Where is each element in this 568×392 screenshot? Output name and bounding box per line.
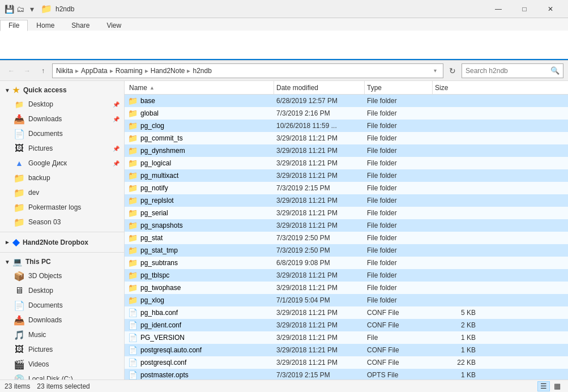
tab-view[interactable]: View — [98, 20, 130, 31]
sidebar-item-season-03[interactable]: 📁 Season 03 — [0, 215, 124, 229]
breadcrumb-roaming[interactable]: Roaming — [116, 67, 143, 75]
sidebar-item-documents-pc-label: Documents — [28, 301, 63, 309]
status-bar: 23 items 23 items selected ☰ ▦ — [0, 380, 568, 392]
sidebar-item-downloads[interactable]: 📥 Downloads 📌 — [0, 112, 124, 126]
col-header-date[interactable]: Date modified — [274, 81, 365, 94]
close-button[interactable]: ✕ — [537, 0, 563, 18]
tab-file[interactable]: File — [0, 20, 28, 31]
sidebar-item-pictures[interactable]: 🖼 Pictures 📌 — [0, 141, 124, 156]
window-controls: — □ ✕ — [485, 0, 563, 18]
forward-button[interactable]: → — [20, 64, 34, 78]
file-name: pg_tblspc — [140, 271, 276, 279]
sidebar-item-videos[interactable]: 🎬 Videos — [0, 357, 124, 372]
breadcrumb-hand2note[interactable]: Hand2Note — [151, 67, 185, 75]
sidebar-section-quick-access[interactable]: ▼ ★ Quick access — [0, 83, 124, 97]
table-row[interactable]: 📄 pg_hba.conf 3/29/2018 11:21 PM CONF Fi… — [125, 306, 568, 319]
tab-home[interactable]: Home — [28, 20, 63, 31]
col-header-size[interactable]: Size — [433, 81, 478, 94]
folder-icon: 📁 — [127, 157, 138, 169]
file-list[interactable]: 📁 base 6/28/2019 12:57 PM File folder 📁 … — [125, 95, 568, 380]
table-row[interactable]: 📄 PG_VERSION 3/29/2018 11:21 PM File 1 K… — [125, 331, 568, 344]
sidebar-item-google-disk[interactable]: ▲ Google Диск 📌 — [0, 156, 124, 171]
file-date: 7/3/2019 2:50 PM — [276, 246, 367, 254]
tab-share[interactable]: Share — [63, 20, 98, 31]
file-type: File folder — [367, 109, 435, 117]
refresh-button[interactable]: ↻ — [446, 63, 459, 78]
search-input[interactable] — [465, 67, 550, 75]
minimize-button[interactable]: — — [485, 0, 511, 18]
sidebar-item-desktop[interactable]: 📁 Desktop 📌 — [0, 97, 124, 112]
file-name: pg_hba.conf — [140, 309, 276, 317]
table-row[interactable]: 📁 pg_tblspc 3/29/2018 11:21 PM File fold… — [125, 269, 568, 282]
table-row[interactable]: 📄 postgresql.conf 3/29/2018 11:21 PM CON… — [125, 356, 568, 369]
table-row[interactable]: 📁 pg_dynshmem 3/29/2018 11:21 PM File fo… — [125, 144, 568, 157]
breadcrumb-h2ndb[interactable]: h2ndb — [193, 67, 211, 75]
sidebar-item-dev[interactable]: 📁 dev — [0, 185, 124, 200]
folder-icon: 📁 — [127, 120, 138, 131]
sidebar-section-dropbox[interactable]: ► ◆ Hand2Note Dropbox — [0, 235, 124, 250]
sidebar-item-backup[interactable]: 📁 backup — [0, 171, 124, 185]
up-button[interactable]: ↑ — [36, 64, 50, 78]
conf-file-icon: 📄 — [127, 344, 138, 356]
file-date: 6/8/2019 9:08 PM — [276, 259, 367, 267]
file-type: File folder — [367, 122, 435, 130]
sidebar-this-pc-label: This PC — [25, 258, 51, 266]
maximize-button[interactable]: □ — [511, 0, 537, 18]
col-header-type[interactable]: Type — [365, 81, 433, 94]
file-type: CONF File — [367, 359, 435, 367]
file-date: 7/1/2019 5:04 PM — [276, 296, 367, 304]
table-row[interactable]: 📁 pg_clog 10/26/2018 11:59 ... File fold… — [125, 120, 568, 132]
table-row[interactable]: 📁 pg_replslot 3/29/2018 11:21 PM File fo… — [125, 194, 568, 207]
sidebar-item-desktop-pc[interactable]: 🖥 Desktop — [0, 283, 124, 298]
search-bar: 🔍 — [462, 63, 563, 78]
details-view-button[interactable]: ☰ — [537, 381, 550, 391]
file-icon: 📄 — [127, 369, 138, 380]
breadcrumb-nikita[interactable]: Nikita — [56, 67, 73, 75]
table-row[interactable]: 📁 pg_subtrans 6/8/2019 9:08 PM File fold… — [125, 257, 568, 269]
sidebar-item-3d-objects[interactable]: 📦 3D Objects — [0, 269, 124, 283]
table-row[interactable]: 📁 pg_notify 7/3/2019 2:15 PM File folder — [125, 182, 568, 194]
breadcrumb-dropdown-icon[interactable]: ▾ — [430, 64, 439, 78]
table-row[interactable]: 📄 postmaster.opts 7/3/2019 2:15 PM OPTS … — [125, 369, 568, 380]
sidebar-item-music[interactable]: 🎵 Music — [0, 327, 124, 342]
sidebar-item-documents[interactable]: 📄 Documents — [0, 126, 124, 141]
table-row[interactable]: 📁 pg_multixact 3/29/2018 11:21 PM File f… — [125, 169, 568, 182]
file-name: pg_twophase — [140, 284, 276, 292]
desktop-icon: 📁 — [14, 99, 25, 110]
file-name: postgresql.auto.conf — [140, 346, 276, 354]
sidebar-item-pokermaster-logs[interactable]: 📁 Pokermaster logs — [0, 200, 124, 215]
sidebar-item-documents-pc[interactable]: 📄 Documents — [0, 298, 124, 313]
file-name: pg_serial — [140, 209, 276, 217]
file-name: pg_xlog — [140, 296, 276, 304]
breadcrumb[interactable]: Nikita ▸ AppData ▸ Roaming ▸ Hand2Note ▸… — [52, 63, 443, 78]
table-row[interactable]: 📁 global 7/3/2019 2:16 PM File folder — [125, 107, 568, 120]
desktop-pc-icon: 🖥 — [14, 285, 25, 296]
table-row[interactable]: 📁 pg_commit_ts 3/29/2018 11:21 PM File f… — [125, 132, 568, 144]
table-row[interactable]: 📁 pg_snapshots 3/29/2018 11:21 PM File f… — [125, 219, 568, 232]
back-button[interactable]: ← — [5, 64, 18, 78]
sidebar-item-local-disk-c[interactable]: 💿 Local Disk (C:) — [0, 372, 124, 380]
large-icons-view-button[interactable]: ▦ — [551, 381, 563, 391]
table-row[interactable]: 📁 pg_twophase 3/29/2018 11:21 PM File fo… — [125, 282, 568, 294]
col-header-name[interactable]: Name ▲ — [127, 81, 274, 94]
breadcrumb-appdata[interactable]: AppData — [81, 67, 108, 75]
table-row[interactable]: 📁 pg_stat 7/3/2019 2:50 PM File folder — [125, 232, 568, 244]
season-03-icon: 📁 — [14, 216, 25, 228]
table-row[interactable]: 📁 pg_stat_tmp 7/3/2019 2:50 PM File fold… — [125, 244, 568, 257]
sidebar-item-downloads-pc[interactable]: 📥 Downloads — [0, 313, 124, 327]
file-size: 22 KB — [435, 359, 480, 367]
dropbox-icon: ◆ — [12, 237, 19, 248]
sidebar-section-this-pc[interactable]: ▼ 💻 This PC — [0, 255, 124, 269]
file-type: File folder — [367, 259, 435, 267]
table-row[interactable]: 📁 pg_xlog 7/1/2019 5:04 PM File folder — [125, 294, 568, 306]
item-count: 23 items — [5, 382, 30, 390]
sidebar-item-pictures-pc[interactable]: 🖼 Pictures — [0, 342, 124, 357]
table-row[interactable]: 📄 postgresql.auto.conf 3/29/2018 11:21 P… — [125, 344, 568, 356]
file-type: File folder — [367, 147, 435, 155]
table-row[interactable]: 📁 pg_serial 3/29/2018 11:21 PM File fold… — [125, 207, 568, 219]
table-row[interactable]: 📁 pg_logical 3/29/2018 11:21 PM File fol… — [125, 157, 568, 169]
table-row[interactable]: 📄 pg_ident.conf 3/29/2018 11:21 PM CONF … — [125, 319, 568, 331]
table-row[interactable]: 📁 base 6/28/2019 12:57 PM File folder — [125, 95, 568, 107]
sidebar-dropbox-label: Hand2Note Dropbox — [23, 238, 88, 246]
file-type: File folder — [367, 284, 435, 292]
